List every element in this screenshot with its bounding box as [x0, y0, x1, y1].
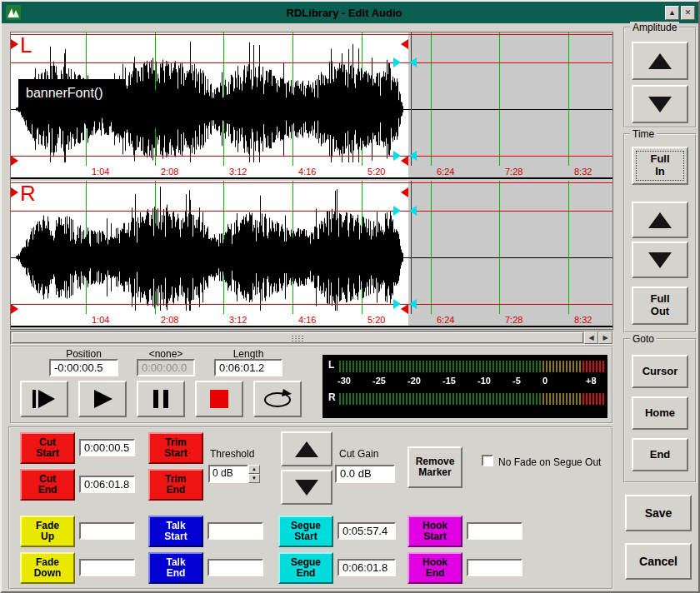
talk-start-button-label: Talk Start — [158, 521, 194, 543]
time-label: 2:08 — [161, 167, 178, 177]
stop-button[interactable] — [195, 381, 243, 417]
talk-end-field[interactable] — [208, 559, 263, 576]
cut-end-marker[interactable] — [401, 156, 408, 166]
threshold-spinbox[interactable]: 0 dB ▲ ▼ — [208, 465, 260, 483]
play-from-start-button[interactable] — [20, 381, 68, 417]
wave-area-left[interactable]: bannerFont() L — [11, 32, 612, 166]
cut-gain-down-button[interactable] — [281, 470, 332, 505]
talk-start-button[interactable]: Talk Start — [148, 516, 203, 547]
save-button[interactable]: Save — [625, 495, 692, 531]
goto-end-button[interactable]: End — [632, 438, 688, 471]
meter-yellow-segment — [542, 393, 582, 405]
waveform-channel-right[interactable]: R 1:042:083:124:165:206:247:288:32 — [11, 181, 612, 329]
close-button[interactable]: ✕ — [681, 6, 695, 20]
waveform-channel-left[interactable]: bannerFont() L 1:042:083:124:165:206:247… — [11, 32, 612, 181]
markers-panel: Cut Start 0:00:00.5 Cut End 0:06:01.8 Tr… — [8, 426, 613, 590]
segue-end-marker[interactable] — [409, 299, 417, 309]
meter-red-segment — [582, 361, 604, 372]
remove-marker-button[interactable]: Remove Marker — [408, 446, 462, 488]
cut-end-marker[interactable] — [401, 187, 408, 197]
waveform-canvas-right[interactable] — [11, 181, 612, 314]
time-down-button[interactable] — [632, 242, 688, 278]
time-label: 1:04 — [92, 315, 109, 325]
cut-end-marker[interactable] — [401, 39, 408, 49]
threshold-value[interactable]: 0 dB — [208, 465, 248, 483]
cut-end-marker[interactable] — [401, 304, 408, 314]
trim-end-button[interactable]: Trim End — [148, 469, 203, 501]
trim-start-button[interactable]: Trim Start — [148, 432, 203, 464]
loop-button[interactable] — [253, 381, 302, 417]
segue-end-marker[interactable] — [409, 57, 417, 67]
cut-gain-up-button[interactable] — [281, 431, 332, 466]
hook-start-field[interactable] — [467, 522, 522, 540]
time-label: 5:20 — [368, 167, 385, 177]
fade-down-field[interactable] — [79, 559, 135, 576]
threshold-spin-down[interactable]: ▼ — [248, 474, 260, 483]
fade-up-field[interactable] — [79, 522, 135, 540]
waveform-scrollbar[interactable]: ◀ ▶ — [10, 331, 613, 345]
segue-start-marker[interactable] — [393, 57, 401, 67]
segue-start-button[interactable]: Segue Start — [278, 516, 333, 547]
scrollbar-thumb[interactable] — [12, 332, 583, 343]
none-label: <none> — [137, 348, 195, 360]
down-arrow-icon — [648, 97, 672, 112]
segue-end-button[interactable]: Segue End — [278, 552, 333, 584]
trim-end-button-label: Trim End — [158, 474, 194, 496]
cut-gain-field[interactable]: 0.0 dB — [335, 465, 395, 483]
cut-start-marker[interactable] — [11, 39, 18, 49]
threshold-spin-up[interactable]: ▲ — [248, 465, 260, 474]
no-fade-checkbox[interactable] — [482, 455, 493, 466]
audio-meter: L -30-25-20-15-10-50+8 R — [322, 355, 608, 418]
ruler-background — [11, 314, 408, 326]
down-arrow-icon — [295, 480, 318, 496]
time-ruler-left: 1:042:083:124:165:206:247:288:32 — [11, 166, 612, 179]
talk-end-button[interactable]: Talk End — [148, 552, 203, 584]
amplitude-down-button[interactable] — [632, 85, 688, 123]
loop-icon — [262, 388, 293, 410]
segue-start-marker[interactable] — [393, 151, 401, 161]
play-button[interactable] — [78, 381, 127, 417]
meter-green-segment — [339, 361, 542, 372]
no-fade-label: No Fade on Segue Out — [498, 456, 601, 468]
cut-start-button[interactable]: Cut Start — [20, 432, 75, 464]
shade-button[interactable]: ▲ — [665, 6, 679, 20]
cut-start-marker[interactable] — [11, 156, 18, 166]
segue-end-marker[interactable] — [409, 206, 417, 216]
segue-end-marker[interactable] — [409, 151, 417, 161]
stop-icon — [209, 389, 229, 409]
threshold-label: Threshold — [210, 448, 254, 460]
titlebar[interactable]: RDLibrary - Edit Audio ▲ ✕ — [2, 2, 698, 23]
goto-cursor-button[interactable]: Cursor — [632, 355, 688, 388]
cut-start-marker[interactable] — [11, 187, 18, 197]
goto-home-button[interactable]: Home — [632, 396, 688, 430]
fade-up-button[interactable]: Fade Up — [20, 516, 75, 547]
segue-start-field[interactable]: 0:05:57.4 — [338, 522, 396, 540]
segue-start-marker[interactable] — [393, 206, 401, 216]
pause-button[interactable] — [137, 381, 185, 417]
full-in-button[interactable]: Full In — [632, 147, 688, 185]
hook-start-button[interactable]: Hook Start — [408, 516, 462, 547]
window-title: RDLibrary - Edit Audio — [25, 7, 663, 19]
cut-end-button[interactable]: Cut End — [20, 469, 75, 501]
hook-end-button[interactable]: Hook End — [408, 552, 462, 584]
cancel-button[interactable]: Cancel — [625, 543, 692, 580]
scroll-right-button[interactable]: ▶ — [598, 331, 612, 344]
center-line — [11, 257, 612, 258]
cut-gain-label: Cut Gain — [339, 448, 378, 460]
cut-start-field[interactable]: 0:00:00.5 — [79, 439, 135, 456]
segue-start-marker[interactable] — [393, 299, 401, 309]
scroll-left-button[interactable]: ◀ — [584, 331, 598, 344]
fade-down-button[interactable]: Fade Down — [20, 552, 75, 584]
amplitude-up-button[interactable] — [632, 42, 688, 80]
time-up-button[interactable] — [632, 202, 688, 238]
cut-start-marker[interactable] — [11, 304, 18, 314]
wave-area-right[interactable]: R — [11, 181, 612, 314]
talk-start-field[interactable] — [208, 522, 263, 540]
edit-audio-window: RDLibrary - Edit Audio ▲ ✕ bannerFont() … — [0, 0, 700, 593]
segue-end-field[interactable]: 0:06:01.8 — [338, 559, 396, 576]
hook-end-field[interactable] — [467, 559, 522, 576]
cut-end-field[interactable]: 0:06:01.8 — [79, 476, 135, 493]
amplitude-line — [11, 211, 612, 212]
full-out-button[interactable]: Full Out — [632, 287, 688, 325]
time-ruler-right: 1:042:083:124:165:206:247:288:32 — [11, 314, 612, 327]
